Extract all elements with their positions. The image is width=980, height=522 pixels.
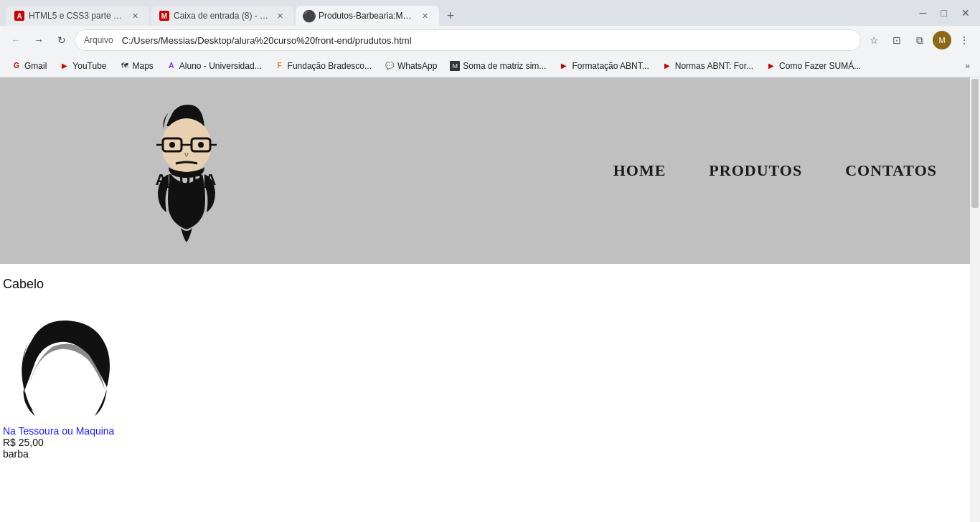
tab-2-close[interactable]: ✕ — [274, 10, 286, 22]
site-logo: ALURA ESTD 2019 — [129, 92, 244, 250]
bookmark-gmail[interactable]: G Gmail — [6, 59, 52, 73]
page-content: ALURA ESTD 2019 — [0, 77, 980, 508]
window-controls: ─ □ ✕ — [915, 6, 974, 20]
maps-favicon: 🗺 — [120, 61, 130, 71]
youtube-favicon: ▶ — [60, 61, 70, 71]
bookmark-maps[interactable]: 🗺 Maps — [114, 59, 159, 73]
bookmark-como[interactable]: ▶ Como Fazer SUMÁ... — [760, 59, 867, 73]
title-bar: A HTML5 e CSS3 parte 2: posic... ✕ M Cai… — [0, 0, 980, 26]
close-button[interactable]: ✕ — [957, 6, 974, 20]
site-navigation: HOME PRODUTOS CONTATOS — [613, 161, 937, 180]
bookmark-como-label: Como Fazer SUMÁ... — [779, 61, 861, 71]
scrollbar[interactable] — [970, 77, 980, 508]
reload-button[interactable]: ↻ — [52, 30, 72, 50]
bookmarks-bar: G Gmail ▶ YouTube 🗺 Maps A Aluno - Unive… — [0, 54, 980, 77]
whatsapp-favicon: 💬 — [385, 61, 395, 71]
tab-3-favicon: ⚫ — [304, 11, 314, 21]
menu-button[interactable]: ⋮ — [954, 30, 974, 50]
tab-1-title: HTML5 e CSS3 parte 2: posic... — [29, 11, 126, 21]
nav-home[interactable]: HOME — [613, 161, 666, 180]
tab-1[interactable]: A HTML5 e CSS3 parte 2: posic... ✕ — [6, 6, 149, 26]
bookmark-aluno[interactable]: A Aluno - Universidad... — [161, 59, 268, 73]
new-tab-button[interactable]: + — [440, 6, 461, 26]
product-1: Na Tessoura ou Maquina R$ 25,00 barba — [0, 298, 980, 467]
aluno-favicon: A — [166, 61, 176, 71]
bookmarks-more-button[interactable]: » — [961, 59, 974, 73]
tab-1-favicon: A — [14, 11, 24, 21]
address-input[interactable]: Arquivo C:/Users/Messias/Desktop/alura%2… — [75, 29, 861, 51]
svg-point-7 — [198, 142, 204, 148]
protocol-label: Arquivo — [84, 35, 113, 45]
tab-2-title: Caixa de entrada (8) - messias.va... — [174, 11, 271, 21]
bookmark-bradesco-label: Fundação Bradesco... — [288, 61, 372, 71]
formatacao-favicon: ▶ — [559, 61, 569, 71]
gmail-favicon: G — [11, 61, 22, 71]
logo-image: ALURA ESTD 2019 — [129, 92, 244, 250]
back-button[interactable]: ← — [6, 30, 26, 50]
browser-window: A HTML5 e CSS3 parte 2: posic... ✕ M Cai… — [0, 0, 980, 508]
soma-favicon: M — [450, 61, 460, 71]
tab-3-close[interactable]: ✕ — [419, 10, 430, 22]
tab-3-title: Produtos-Barbearia:Messias — [319, 11, 416, 21]
product-1-category: barba — [3, 448, 977, 460]
bookmark-normas-label: Normas ABNT: For... — [675, 61, 753, 71]
bookmark-soma-label: Soma de matriz sim... — [463, 61, 546, 71]
bookmark-gmail-label: Gmail — [24, 61, 47, 71]
forward-button[interactable]: → — [29, 30, 49, 50]
normas-favicon: ▶ — [662, 61, 672, 71]
maximize-button[interactable]: □ — [937, 6, 951, 20]
bradesco-favicon: F — [275, 61, 285, 71]
tab-3[interactable]: ⚫ Produtos-Barbearia:Messias ✕ — [296, 6, 439, 26]
tab-2[interactable]: M Caixa de entrada (8) - messias.va... ✕ — [151, 6, 294, 26]
nav-produtos[interactable]: PRODUTOS — [709, 161, 802, 180]
bookmark-whatsapp[interactable]: 💬 WhatsApp — [379, 59, 443, 73]
product-1-name: Na Tessoura ou Maquina — [3, 425, 977, 437]
bookmark-formatacao[interactable]: ▶ Formatação ABNT... — [553, 59, 654, 73]
scrollbar-thumb[interactable] — [971, 79, 979, 208]
bookmark-soma[interactable]: M Soma de matriz sim... — [444, 59, 552, 73]
address-actions: ☆ ⊡ ⧉ M ⋮ — [864, 30, 974, 50]
bookmark-youtube[interactable]: ▶ YouTube — [54, 59, 112, 73]
cast-button[interactable]: ⊡ — [887, 30, 907, 50]
bookmark-whatsapp-label: WhatsApp — [397, 61, 437, 71]
bookmark-formatacao-label: Formatação ABNT... — [572, 61, 649, 71]
bookmark-bradesco[interactable]: F Fundação Bradesco... — [269, 59, 377, 73]
address-text: C:/Users/Messias/Desktop/alura%20curso%2… — [122, 35, 852, 46]
extensions-button[interactable]: ⧉ — [910, 30, 930, 50]
tabs-area: A HTML5 e CSS3 parte 2: posic... ✕ M Cai… — [6, 0, 910, 26]
bookmark-maps-label: Maps — [133, 61, 154, 71]
products-section: Cabelo — [0, 264, 980, 474]
como-favicon: ▶ — [766, 61, 776, 71]
address-bar: ← → ↻ Arquivo C:/Users/Messias/Desktop/a… — [0, 26, 980, 54]
tab-1-close[interactable]: ✕ — [129, 10, 141, 22]
category-cabelo-title: Cabelo — [0, 271, 980, 298]
product-1-image — [3, 305, 132, 419]
svg-point-6 — [169, 142, 175, 148]
product-1-price: R$ 25,00 — [3, 437, 977, 448]
profile-button[interactable]: M — [933, 31, 951, 49]
tab-2-favicon: M — [159, 11, 169, 21]
minimize-button[interactable]: ─ — [915, 6, 931, 20]
bookmark-youtube-label: YouTube — [72, 61, 106, 71]
bookmark-aluno-label: Aluno - Universidad... — [179, 61, 262, 71]
nav-contatos[interactable]: CONTATOS — [845, 161, 937, 180]
bookmark-normas[interactable]: ▶ Normas ABNT: For... — [656, 59, 759, 73]
site-header: ALURA ESTD 2019 — [0, 77, 980, 264]
bookmark-star-button[interactable]: ☆ — [864, 30, 884, 50]
